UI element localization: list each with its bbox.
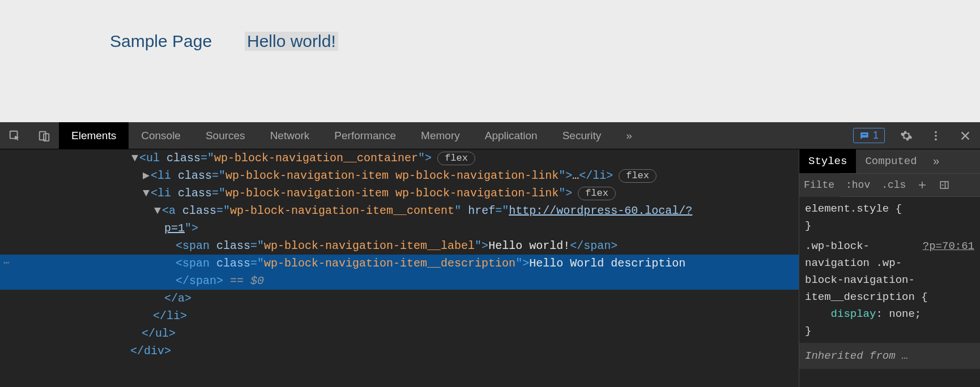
device-toggle-icon[interactable] [29,122,59,149]
styles-rules[interactable]: element.style { } ?p=70:61 .wp-block- na… [799,197,980,387]
cls-toggle[interactable]: .cls [876,173,911,197]
issues-count: 1 [873,130,879,141]
dom-node-span-desc-close[interactable]: </span> == $0 [0,272,799,290]
svg-rect-7 [941,182,949,188]
dom-node-a-close[interactable]: </a> [0,290,799,307]
dom-node-a[interactable]: ▼ <a class="wp-block-navigation-item__co… [0,202,799,220]
close-icon[interactable] [951,122,980,149]
settings-icon[interactable] [892,122,921,149]
computed-sidebar-icon[interactable] [933,173,956,197]
styles-tab-styles[interactable]: Styles [799,149,856,173]
svg-point-6 [935,138,937,140]
row-actions-icon[interactable]: ⋯ [3,255,11,272]
dom-node-li-2[interactable]: ▼ <li class=" wp-block-navigation-item w… [0,184,799,202]
svg-rect-3 [862,134,867,135]
tab-security[interactable]: Security [550,122,614,149]
nav-link-sample-page[interactable]: Sample Page [110,32,212,51]
inspect-icon[interactable] [0,122,29,149]
dom-node-div-close[interactable]: </div> [0,342,799,360]
new-rule-icon[interactable] [911,173,933,197]
nav-link-hello-world[interactable]: Hello world! [245,32,338,51]
tab-memory[interactable]: Memory [408,122,472,149]
styles-tabs-overflow[interactable]: » [926,155,947,168]
tab-application[interactable]: Application [472,122,550,149]
dom-node-span-desc[interactable]: <span class="wp-block-navigation-item__d… [0,255,799,272]
styles-tabs: Styles Computed » [799,149,980,173]
dom-node-ul[interactable]: ▼ <ul class="wp-block-navigation__contai… [0,149,799,167]
message-icon [859,131,870,141]
tab-elements[interactable]: Elements [59,122,129,149]
tab-console[interactable]: Console [129,122,193,149]
issues-button[interactable]: 1 [853,128,885,143]
rendered-page: Sample Page Hello world! [0,0,980,122]
dom-node-ul-close[interactable]: </ul> [0,325,799,342]
flex-badge[interactable]: flex [578,187,616,200]
more-icon[interactable] [921,122,951,149]
dom-tree[interactable]: ⋯ ▼ <ul class="wp-block-navigation__cont… [0,149,799,387]
dom-node-li-1[interactable]: ▶ <li class=" wp-block-navigation-item w… [0,167,799,184]
svg-rect-1 [40,131,46,140]
flex-badge[interactable]: flex [619,169,657,183]
dom-node-span-label[interactable]: <span class="wp-block-navigation-item__l… [0,237,799,255]
svg-point-4 [935,131,937,133]
styles-filter-input[interactable] [799,173,840,197]
dom-node-a-cont[interactable]: p=1"> [0,220,799,237]
tab-sources[interactable]: Sources [193,122,258,149]
rule-source-link[interactable]: ?p=70:61 [923,238,974,255]
devtools-toolbar: Elements Console Sources Network Perform… [0,122,980,149]
styles-filter-bar: :hov .cls [799,173,980,197]
hov-toggle[interactable]: :hov [840,173,876,197]
svg-point-5 [935,135,937,137]
devtools-panel: Elements Console Sources Network Perform… [0,122,980,387]
inherited-from[interactable]: Inherited from … [799,343,980,369]
styles-sidebar: Styles Computed » :hov .cls element.styl… [799,149,980,387]
dom-node-li-close[interactable]: </li> [0,307,799,325]
styles-tab-computed[interactable]: Computed [856,149,926,173]
tabs-overflow[interactable]: » [613,122,645,149]
tab-network[interactable]: Network [258,122,322,149]
flex-badge[interactable]: flex [437,152,475,165]
tab-performance[interactable]: Performance [322,122,408,149]
